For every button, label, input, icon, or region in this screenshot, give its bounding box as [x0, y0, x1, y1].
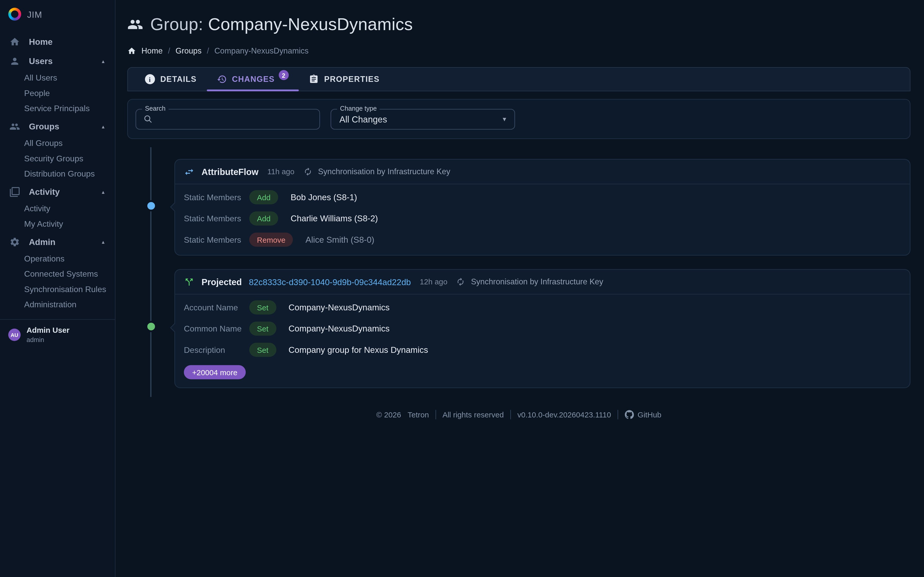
sidebar-item-operations[interactable]: Operations — [0, 251, 115, 266]
chevron-down-icon: ▼ — [502, 116, 507, 122]
sidebar-item-all-groups[interactable]: All Groups — [0, 135, 115, 151]
chevron-up-icon: ▲ — [101, 59, 105, 64]
page-header: Group: Company-NexusDynamics — [127, 12, 910, 37]
sidebar-item-label: All Users — [24, 73, 57, 82]
footer-divider — [617, 410, 618, 419]
attribute-value: Company group for Nexus Dynamics — [288, 345, 428, 355]
main-content: Group: Company-NexusDynamics Home / Grou… — [116, 0, 924, 577]
card-body: Account Name Set Company-NexusDynamics C… — [175, 295, 910, 388]
change-source: Synchronisation by Infrastructure Key — [471, 277, 603, 286]
footer-divider — [436, 410, 436, 419]
sidebar-section-label: Groups — [29, 122, 59, 132]
user-name: Admin User — [26, 326, 69, 335]
change-type-label: Change type — [337, 105, 380, 111]
tab-label: DETAILS — [160, 75, 197, 84]
chevron-up-icon: ▲ — [101, 239, 105, 245]
sidebar-item-activity[interactable]: Activity — [0, 201, 115, 216]
breadcrumb-separator: / — [207, 46, 209, 55]
sidebar-item-home[interactable]: Home — [0, 33, 115, 51]
groups-icon — [10, 121, 20, 132]
search-icon — [143, 114, 153, 124]
github-icon — [625, 410, 634, 419]
timeline-entry: AttributeFlow 11h ago Synchronisation by… — [174, 159, 910, 256]
sidebar-item-people[interactable]: People — [0, 85, 115, 101]
search-field[interactable]: Search — [136, 109, 320, 129]
sidebar-section-label: Activity — [29, 187, 60, 197]
sidebar-nav: Home Users ▲ All Users People Service Pr… — [0, 28, 115, 312]
sidebar-item-connected-systems[interactable]: Connected Systems — [0, 266, 115, 281]
sidebar-item-distribution-groups[interactable]: Distribution Groups — [0, 166, 115, 181]
tab-changes[interactable]: CHANGES 2 — [207, 68, 299, 90]
page-title-name: Company-NexusDynamics — [208, 15, 413, 33]
tab-properties[interactable]: PROPERTIES — [299, 68, 389, 90]
sidebar-item-security-groups[interactable]: Security Groups — [0, 151, 115, 166]
change-type-select[interactable]: Change type All Changes ▼ — [331, 109, 515, 129]
sync-icon — [456, 277, 465, 286]
sidebar-item-label: Activity — [24, 204, 50, 213]
sidebar-item-all-users[interactable]: All Users — [0, 70, 115, 85]
page-title: Group: Company-NexusDynamics — [150, 15, 413, 34]
tab-label: PROPERTIES — [324, 75, 380, 84]
object-id-link[interactable]: 82c8333c-d390-1040-9d9b-09c344ad22db — [249, 277, 411, 287]
show-more-button[interactable]: +20004 more — [184, 365, 246, 379]
operation-badge: Set — [249, 321, 276, 335]
filter-panel: Search Change type All Changes ▼ — [127, 99, 910, 139]
app-logo-icon[interactable] — [8, 8, 21, 21]
tab-label: CHANGES — [232, 75, 275, 84]
sidebar-item-administration[interactable]: Administration — [0, 297, 115, 312]
tab-details[interactable]: i DETAILS — [135, 68, 207, 90]
gear-icon — [10, 237, 20, 247]
changes-timeline: AttributeFlow 11h ago Synchronisation by… — [127, 147, 910, 397]
page-title-prefix: Group: — [150, 15, 204, 33]
operation-badge: Add — [249, 211, 278, 226]
user-menu[interactable]: AU Admin User admin — [0, 320, 115, 350]
sidebar-section-groups[interactable]: Groups ▲ — [0, 118, 115, 135]
sidebar-item-service-principals[interactable]: Service Principals — [0, 101, 115, 116]
sidebar-item-synchronisation-rules[interactable]: Synchronisation Rules — [0, 282, 115, 297]
footer: © 2026 Tetron All rights reserved v0.10.… — [127, 410, 910, 419]
operation-badge: Set — [249, 343, 276, 357]
chevron-up-icon: ▲ — [101, 189, 105, 195]
attribute-value: Bob Jones (S8-1) — [291, 192, 357, 202]
sidebar-item-label: Security Groups — [24, 154, 84, 163]
sidebar-item-label: Administration — [24, 300, 76, 309]
sidebar-item-label: People — [24, 88, 50, 98]
footer-divider — [510, 410, 510, 419]
branch-split-icon — [184, 276, 194, 287]
sidebar-section-users[interactable]: Users ▲ — [0, 53, 115, 70]
change-row: Description Set Company group for Nexus … — [184, 339, 901, 360]
sidebar-item-label: Service Principals — [24, 104, 90, 113]
tab-bar: i DETAILS CHANGES 2 PROPERTIES — [127, 67, 910, 91]
sidebar-section-activity[interactable]: Activity ▲ — [0, 183, 115, 201]
home-icon — [127, 46, 136, 55]
changes-count-badge: 2 — [279, 70, 289, 80]
sidebar-item-label: My Activity — [24, 219, 63, 229]
sidebar-section-label: Admin — [29, 237, 55, 247]
card-body: Static Members Add Bob Jones (S8-1) Stat… — [175, 184, 910, 255]
sidebar-item-label: All Groups — [24, 139, 63, 148]
change-card-projected: Projected 82c8333c-d390-1040-9d9b-09c344… — [174, 269, 910, 388]
attribute-value: Company-NexusDynamics — [288, 303, 389, 312]
sidebar-item-my-activity[interactable]: My Activity — [0, 216, 115, 231]
attribute-name: Common Name — [184, 324, 249, 334]
app-name: JIM — [27, 9, 42, 19]
search-field-label: Search — [142, 105, 168, 111]
change-time: 11h ago — [267, 167, 294, 176]
sidebar-section-admin[interactable]: Admin ▲ — [0, 233, 115, 251]
card-header: AttributeFlow 11h ago Synchronisation by… — [175, 160, 910, 184]
attribute-name: Static Members — [184, 192, 249, 202]
change-card-attributeflow: AttributeFlow 11h ago Synchronisation by… — [174, 159, 910, 256]
breadcrumb-groups[interactable]: Groups — [175, 46, 201, 55]
sidebar-item-label: Operations — [24, 254, 65, 263]
github-link[interactable]: GitHub — [625, 410, 661, 419]
sidebar-section-label: Users — [29, 56, 53, 66]
search-input[interactable] — [157, 114, 312, 124]
breadcrumb-home[interactable]: Home — [141, 46, 163, 55]
change-type-title: Projected — [202, 277, 242, 287]
sidebar-item-label: Home — [29, 37, 53, 47]
attribute-value: Company-NexusDynamics — [288, 324, 389, 334]
operation-badge: Add — [249, 190, 278, 204]
change-row: Static Members Remove Alice Smith (S8-0) — [184, 229, 901, 250]
change-row: Account Name Set Company-NexusDynamics — [184, 297, 901, 318]
sidebar-item-label: Synchronisation Rules — [24, 284, 107, 294]
